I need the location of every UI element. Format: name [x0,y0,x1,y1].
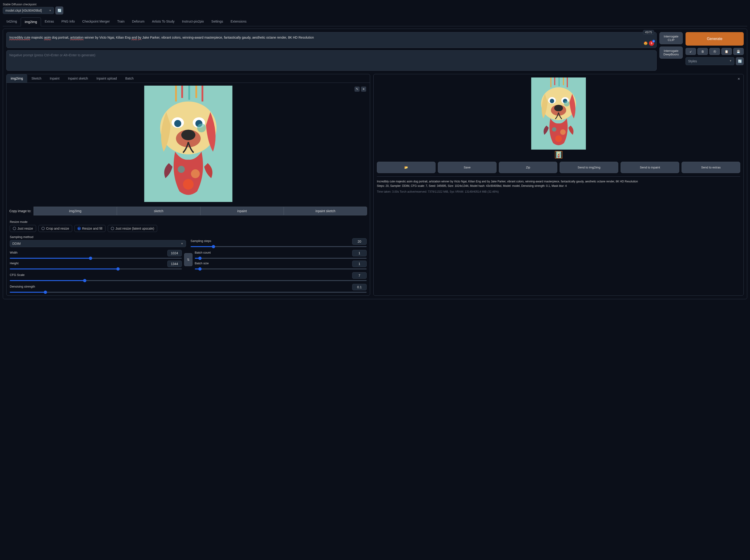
resize-radio-just-resize[interactable]: Just resize [10,225,36,232]
copy-to-sketch-button[interactable]: sketch [117,206,200,216]
save-button[interactable]: Save [438,162,496,173]
sampling-method-select[interactable]: DDIM ▼ [10,240,186,247]
generate-button[interactable]: Generate [686,32,744,46]
sampling-steps-value[interactable]: 20 [352,238,367,245]
tab-img2img[interactable]: img2img [21,17,41,26]
height-value[interactable]: 1344 [167,261,182,267]
tab-deforum[interactable]: Deforum [128,17,148,26]
denoise-label: Denoising strength [10,285,35,288]
resize-radio-just-resize-latent-upscale-[interactable]: Just resize (latent upscale) [108,225,157,232]
batch-size-slider[interactable] [195,268,367,269]
styles-select[interactable]: Styles ▼ [686,57,734,65]
width-slider[interactable] [10,258,182,259]
output-thumbnail[interactable] [555,151,562,158]
batch-size-label: Batch size [195,261,209,265]
subtab-batch[interactable]: Batch [121,74,138,83]
output-params-info: Steps: 20, Sampler: DDIM, CFG scale: 7, … [377,184,740,188]
tab-train[interactable]: Train [114,17,128,26]
tab-png-info[interactable]: PNG Info [58,17,79,26]
arrow-corner-icon[interactable]: ↙ [686,48,696,55]
cfg-value[interactable]: 7 [352,272,367,279]
batch-count-slider[interactable] [195,258,367,259]
height-slider[interactable] [10,268,182,269]
styles-label: Styles [688,59,697,63]
subtab-img2img[interactable]: img2img [6,74,27,83]
input-image[interactable] [144,86,233,202]
cfg-label: CFG Scale [10,273,25,277]
tab-artists-to-study[interactable]: Artists To Study [148,17,178,26]
chevron-down-icon: ▼ [181,242,183,245]
extra-networks-badge[interactable]: 5 + [649,41,654,46]
output-timing-info: Time taken: 3.00s Torch active/reserved:… [377,189,740,194]
zip-button[interactable]: Zip [499,162,557,173]
height-label: Height [10,261,19,265]
width-value[interactable]: 1024 [167,250,182,256]
copy-to-inpaint-button[interactable]: inpaint [200,206,284,216]
interrogate-deepbooru-button[interactable]: Interrogate DeepBooru [659,46,683,59]
interrogate-clip-button[interactable]: Interrogate CLIP [659,32,683,44]
sampling-steps-label: Sampling steps [191,239,211,243]
denoise-slider[interactable] [10,292,367,293]
clear-image-button[interactable]: ✕ [361,86,366,92]
denoise-value[interactable]: 0.1 [352,284,367,291]
chevron-down-icon: ▼ [49,9,52,12]
tab-extensions[interactable]: Extensions [227,17,250,26]
send-to-img2img-button[interactable]: Send to img2img [559,162,618,173]
close-output-button[interactable]: ✕ [737,77,740,81]
prompt-input[interactable]: 45/75 Incredibly cute majestic asim dog … [6,32,657,48]
checkpoint-label: Stable Diffusion checkpoint [3,3,63,6]
resize-radio-resize-and-fill[interactable]: Resize and fill [75,225,105,232]
subtab-inpaint-upload[interactable]: Inpaint upload [92,74,121,83]
swap-dimensions-button[interactable]: ⇅ [184,253,193,266]
plus-icon: + [652,40,655,43]
checkpoint-value: model.ckpt [43c90409bd] [5,8,42,12]
cfg-slider[interactable] [10,280,367,281]
tab-txt2img[interactable]: txt2img [3,17,21,26]
tab-instruct-pix2pix[interactable]: Instruct-pix2pix [178,17,208,26]
negative-prompt-input[interactable]: Negative prompt (press Ctrl+Enter or Alt… [6,50,657,71]
sampling-method-label: Sampling method [10,235,186,239]
clipboard-icon[interactable]: 📋 [722,48,732,55]
negative-prompt-placeholder: Negative prompt (press Ctrl+Enter or Alt… [9,53,654,68]
resize-radio-crop-and-resize[interactable]: Crop and resize [38,225,72,232]
trash-icon[interactable]: 🗑 [697,48,708,55]
batch-count-value[interactable]: 1 [352,250,367,256]
record-icon[interactable]: ⦿ [709,48,720,55]
copy-to-inpaint-sketch-button[interactable]: inpaint sketch [284,206,367,216]
tab-extras[interactable]: Extras [41,17,58,26]
copy-image-label: Copy image to: [9,209,31,213]
subtab-inpaint-sketch[interactable]: Inpaint sketch [64,74,92,83]
open-folder-button[interactable]: 📂 [377,162,435,173]
width-label: Width [10,251,17,254]
refresh-styles-button[interactable]: 🔄 [736,57,744,65]
copy-to-img2img-button[interactable]: img2img [34,206,117,216]
token-counter: 45/75 [643,30,654,35]
subtab-sketch[interactable]: Sketch [27,74,46,83]
send-to-extras-button[interactable]: Send to extras [682,162,740,173]
tab-checkpoint-merger[interactable]: Checkpoint Merger [78,17,113,26]
refresh-checkpoint-button[interactable]: 🔄 [55,6,63,15]
output-image[interactable] [531,78,586,149]
resize-mode-label: Resize mode [10,220,367,224]
output-prompt-info: Incredibly cute majestic asim dog portra… [377,179,740,184]
tab-settings[interactable]: Settings [208,17,227,26]
batch-count-label: Batch count [195,251,211,254]
send-to-inpaint-button[interactable]: Send to inpaint [620,162,679,173]
batch-size-value[interactable]: 1 [352,261,367,267]
edit-image-button[interactable]: ✎ [355,86,360,92]
subtab-inpaint[interactable]: Inpaint [46,74,64,83]
sampling-steps-slider[interactable] [191,246,367,247]
emoji-icon[interactable]: 🤩 [643,41,648,46]
chevron-down-icon: ▼ [729,59,732,63]
checkpoint-select[interactable]: model.ckpt [43c90409bd] ▼ [3,7,54,14]
save-icon[interactable]: 💾 [733,48,744,55]
